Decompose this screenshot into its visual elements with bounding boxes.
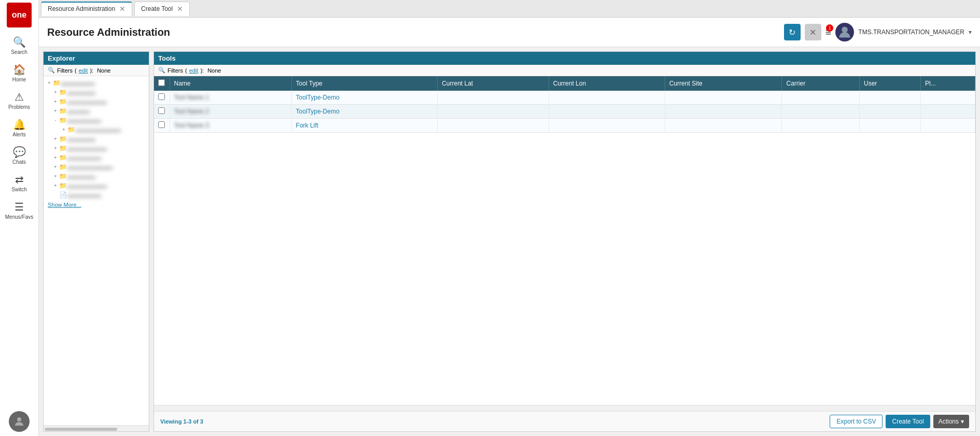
viewing-total: 3 [200, 418, 203, 425]
tree-item-1[interactable]: + 📁 ▬▬▬▬▬▬ [44, 78, 149, 88]
tab-resource-admin[interactable]: Resource Administration ✕ [41, 2, 132, 16]
sidebar-item-problems[interactable]: ⚠ Problems [0, 87, 38, 114]
content-area: Explorer 🔍 Filters (edit): None + 📁 ▬▬▬▬… [39, 47, 980, 436]
explorer-filter-edit[interactable]: edit [79, 67, 88, 74]
expand-icon-1[interactable]: + [46, 79, 53, 87]
expand-icon-5[interactable]: - [52, 117, 59, 124]
svg-point-0 [17, 417, 21, 421]
tree-label-7: ▬▬▬▬▬ [67, 136, 95, 142]
expand-icon-2[interactable]: + [52, 89, 59, 96]
notification-badge: 1 [826, 24, 833, 32]
row1-checkbox-cell[interactable] [154, 91, 170, 105]
expand-icon-6[interactable]: + [60, 126, 67, 133]
tree-item-11[interactable]: + 📁 ▬▬▬▬▬ [44, 172, 149, 181]
expand-icon-8[interactable]: + [52, 145, 59, 152]
tree-item-9[interactable]: + 📁 ▬▬▬▬▬▬ [44, 153, 149, 162]
tree-item-5[interactable]: - 📁 ▬▬▬▬▬▬ [44, 116, 149, 125]
menu-icon: ☰ [15, 201, 24, 213]
tree-label-doc: ▬▬▬▬▬▬ [67, 192, 101, 198]
user-avatar[interactable] [835, 23, 854, 41]
tree-item-doc[interactable]: 📄 ▬▬▬▬▬▬ [44, 190, 149, 200]
create-tool-button[interactable]: Create Tool [886, 415, 930, 428]
home-icon: 🏠 [13, 63, 26, 76]
row2-user [860, 105, 921, 119]
col-header-name: Name [170, 76, 291, 91]
header-actions: ↻ ✕ ≡ 1 TMS.TRANSPORTATION_MANAGER ▾ [784, 23, 972, 41]
sidebar-label-chats: Chats [12, 159, 26, 165]
explorer-hscroll[interactable] [44, 425, 149, 431]
row1-tool-type[interactable]: ToolType-Demo [291, 91, 438, 105]
expand-icon-10[interactable]: + [52, 163, 59, 171]
tools-filter-edit[interactable]: edit [189, 67, 199, 74]
row1-checkbox[interactable] [158, 93, 165, 100]
header-select-all[interactable] [154, 76, 170, 91]
sidebar-item-home[interactable]: 🏠 Home [0, 59, 38, 87]
expand-icon-9[interactable]: + [52, 154, 59, 161]
filter-icon: 🔍 [48, 67, 55, 74]
expand-icon-11[interactable]: + [52, 173, 59, 180]
app-logo[interactable]: one [7, 3, 32, 27]
refresh-button[interactable]: ↻ [784, 24, 801, 40]
user-dropdown-arrow[interactable]: ▾ [969, 29, 972, 36]
tools-header: Tools [154, 52, 975, 65]
table-hscroll[interactable] [154, 405, 975, 411]
row2-carrier [782, 105, 860, 119]
row3-user [860, 119, 921, 133]
row3-carrier [782, 119, 860, 133]
row3-checkbox[interactable] [158, 121, 165, 128]
expand-icon-7[interactable]: + [52, 135, 59, 143]
tree-item-12[interactable]: + 📁 ▬▬▬▬▬▬▬ [44, 181, 149, 190]
tree-item-8[interactable]: + 📁 ▬▬▬▬▬▬▬ [44, 144, 149, 153]
folder-icon-1: 📁 [53, 79, 61, 87]
row3-checkbox-cell[interactable] [154, 119, 170, 133]
folder-icon-3: 📁 [59, 98, 67, 105]
row3-tool-type[interactable]: Fork Lift [291, 119, 438, 133]
table-row: Tool Name 3 Fork Lift [154, 119, 975, 133]
col-header-carrier: Carrier [782, 76, 860, 91]
expand-icon-12[interactable]: + [52, 182, 59, 189]
actions-button[interactable]: Actions ▾ [933, 415, 969, 428]
select-all-checkbox[interactable] [158, 79, 165, 86]
expand-icon-3[interactable]: + [52, 98, 59, 105]
explorer-tree[interactable]: + 📁 ▬▬▬▬▬▬ + 📁 ▬▬▬▬▬ + 📁 ▬▬▬▬▬▬▬ + 📁 [44, 76, 149, 425]
tab-create-tool[interactable]: Create Tool ✕ [134, 2, 190, 16]
export-csv-button[interactable]: Export to CSV [830, 415, 883, 428]
row3-placeholder [920, 119, 975, 133]
row2-placeholder [920, 105, 975, 119]
row2-checkbox[interactable] [158, 107, 165, 114]
sidebar-item-menus[interactable]: ☰ Menus/Favs [0, 196, 38, 224]
sidebar-user-avatar[interactable] [9, 411, 30, 432]
table-row: Tool Name 1 ToolType-Demo [154, 91, 975, 105]
tab-close-create-tool[interactable]: ✕ [177, 5, 183, 13]
close-button[interactable]: ✕ [805, 24, 821, 40]
sidebar-item-search[interactable]: 🔍 Search [0, 32, 38, 59]
row1-user [860, 91, 921, 105]
viewing-text: Viewing 1-3 of 3 [160, 418, 203, 425]
sidebar-item-switch[interactable]: ⇄ Switch [0, 169, 38, 196]
folder-icon-4: 📁 [59, 107, 67, 115]
tree-item-7[interactable]: + 📁 ▬▬▬▬▬ [44, 134, 149, 144]
tree-item-4[interactable]: + 📁 ▬▬▬▬ [44, 106, 149, 116]
viewing-info: Viewing 1-3 of 3 [160, 418, 203, 425]
expand-icon-4[interactable]: + [52, 107, 59, 115]
tree-item-6[interactable]: + 📁 ▬▬▬▬▬▬▬▬ [44, 125, 149, 134]
row2-name: Tool Name 2 [170, 105, 291, 119]
chat-icon: 💬 [13, 146, 26, 158]
sidebar-item-alerts[interactable]: 🔔 Alerts [0, 114, 38, 142]
sidebar-item-chats[interactable]: 💬 Chats [0, 142, 38, 169]
page-title: Resource Administration [47, 26, 170, 38]
row2-tool-type[interactable]: ToolType-Demo [291, 105, 438, 119]
row2-checkbox-cell[interactable] [154, 105, 170, 119]
show-more-link[interactable]: Show More... [44, 200, 149, 210]
tree-label-6: ▬▬▬▬▬▬▬▬ [75, 126, 121, 133]
tree-item-10[interactable]: + 📁 ▬▬▬▬▬▬▬▬ [44, 162, 149, 172]
tree-label-2: ▬▬▬▬▬ [67, 89, 95, 95]
tree-item-3[interactable]: + 📁 ▬▬▬▬▬▬▬ [44, 97, 149, 106]
tree-label-12: ▬▬▬▬▬▬▬ [67, 182, 107, 189]
tab-close-resource-admin[interactable]: ✕ [119, 5, 125, 13]
bell-icon: 🔔 [13, 118, 26, 131]
tree-label-11: ▬▬▬▬▬ [67, 173, 95, 179]
tree-label-9: ▬▬▬▬▬▬ [67, 154, 101, 161]
tab-bar: Resource Administration ✕ Create Tool ✕ [39, 0, 980, 18]
tree-item-2[interactable]: + 📁 ▬▬▬▬▬ [44, 88, 149, 97]
